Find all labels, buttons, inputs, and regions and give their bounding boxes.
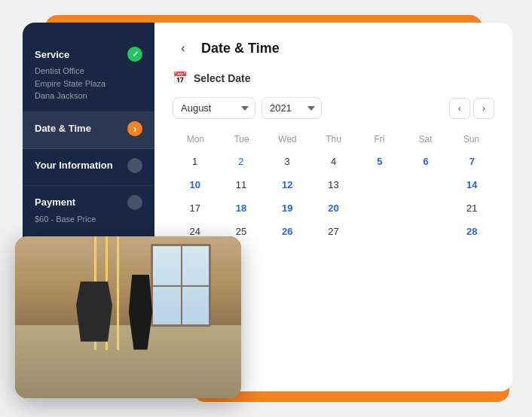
- day-empty-2: [265, 244, 310, 266]
- day-3[interactable]: 3: [265, 151, 310, 172]
- day-empty-fri2: [357, 174, 402, 196]
- sidebar-section-your-information[interactable]: Your Information: [23, 149, 154, 186]
- day-12[interactable]: 12: [265, 174, 310, 196]
- day-11[interactable]: 11: [219, 174, 263, 196]
- prev-month-button[interactable]: ‹: [449, 98, 470, 119]
- day-empty-sat4: [403, 221, 448, 242]
- day-empty-6: [450, 244, 494, 266]
- day-7[interactable]: 7: [450, 151, 494, 172]
- day-17[interactable]: 17: [173, 197, 217, 219]
- weekday-fri: Fri: [356, 131, 402, 148]
- day-10[interactable]: 10: [173, 174, 217, 196]
- day-empty-fri4: [357, 221, 402, 242]
- gym-image: [15, 236, 241, 398]
- weekday-thu: Thu: [310, 131, 356, 148]
- strap-3: [117, 236, 119, 350]
- panel-header: ‹ Date & Time: [173, 38, 494, 59]
- day-20[interactable]: 20: [311, 197, 356, 219]
- calendar-weekdays: Mon Tue Wed Thu Fri Sat Sun: [173, 131, 494, 148]
- panel-title: Date & Time: [201, 41, 280, 56]
- weekday-tue: Tue: [219, 131, 264, 148]
- day-4[interactable]: 4: [311, 151, 356, 172]
- day-2[interactable]: 2: [219, 151, 263, 172]
- sidebar-section-datetime[interactable]: Date & Time: [23, 112, 154, 149]
- day-empty-sat2: [403, 174, 448, 196]
- datetime-label: Date & Time: [35, 123, 91, 134]
- sidebar-section-payment[interactable]: Payment $60 - Base Price: [23, 186, 154, 235]
- service-check-icon: [127, 47, 142, 62]
- day-5[interactable]: 5: [357, 151, 402, 172]
- day-21[interactable]: 21: [450, 197, 494, 219]
- day-empty-3: [311, 244, 356, 266]
- weekday-sat: Sat: [402, 131, 448, 148]
- service-detail-2: Empire State Plaza: [35, 78, 142, 90]
- datetime-active-icon: [127, 121, 142, 136]
- gym-floor: [15, 325, 241, 398]
- day-26[interactable]: 26: [265, 221, 310, 242]
- nav-arrows: ‹ ›: [449, 98, 494, 119]
- gym-image-inner: [15, 236, 241, 398]
- next-month-button[interactable]: ›: [473, 98, 494, 119]
- calendar-icon: 📅: [173, 71, 188, 85]
- year-select[interactable]: 2021 2020 2022 2023: [261, 97, 322, 119]
- select-date-label: Select Date: [194, 72, 250, 84]
- day-empty-4: [357, 244, 402, 266]
- day-27[interactable]: 27: [311, 221, 356, 242]
- day-6[interactable]: 6: [403, 151, 448, 172]
- day-18[interactable]: 18: [219, 197, 263, 219]
- sidebar-section-service[interactable]: Service Dentist Office Empire State Plaz…: [23, 38, 154, 112]
- payment-label: Payment: [35, 196, 75, 208]
- weekday-mon: Mon: [173, 131, 219, 148]
- back-button[interactable]: ‹: [173, 38, 194, 59]
- day-19[interactable]: 19: [265, 197, 310, 219]
- select-date-row: 📅 Select Date: [173, 71, 494, 85]
- service-detail-1: Dentist Office: [35, 65, 142, 78]
- weekday-sun: Sun: [448, 131, 494, 148]
- your-information-inactive-icon: [127, 158, 142, 173]
- service-label: Service: [35, 49, 69, 60]
- day-13[interactable]: 13: [311, 174, 356, 196]
- day-empty-5: [403, 244, 448, 266]
- day-empty-sat3: [403, 197, 448, 219]
- payment-detail-1: $60 - Base Price: [35, 213, 142, 226]
- month-select[interactable]: August January February March April May …: [173, 97, 255, 119]
- day-1[interactable]: 1: [173, 151, 217, 172]
- day-14[interactable]: 14: [450, 174, 494, 196]
- weekday-wed: Wed: [264, 131, 310, 148]
- day-28[interactable]: 28: [450, 221, 494, 242]
- gym-window: [151, 244, 211, 327]
- service-detail-3: Dana Jackson: [35, 90, 142, 102]
- payment-inactive-icon: [127, 195, 142, 210]
- day-empty-fri3: [357, 197, 402, 219]
- your-information-label: Your Information: [35, 160, 113, 171]
- month-year-row: August January February March April May …: [173, 97, 494, 119]
